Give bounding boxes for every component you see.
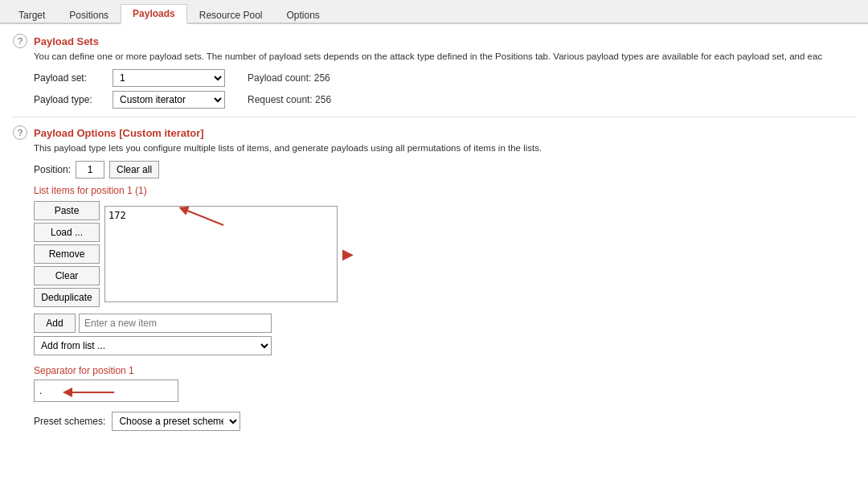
payload-options-help-icon[interactable]: ? xyxy=(13,125,27,140)
tab-payloads[interactable]: Payloads xyxy=(121,4,187,24)
separator-input[interactable] xyxy=(34,379,178,402)
tab-positions[interactable]: Positions xyxy=(57,6,121,24)
payload-sets-description: You can define one or more payload sets.… xyxy=(34,51,855,61)
expand-arrow-icon[interactable]: ▶ xyxy=(342,245,354,263)
request-count-info: Request count: 256 xyxy=(248,94,331,105)
payload-sets-title: Payload Sets xyxy=(34,35,99,47)
payload-type-select[interactable]: Custom iterator Simple list Runtime file… xyxy=(113,91,225,109)
deduplicate-button[interactable]: Deduplicate xyxy=(34,288,100,307)
add-button[interactable]: Add xyxy=(34,314,76,333)
payload-options-section: ? Payload Options [Custom iterator] This… xyxy=(13,125,855,431)
tab-bar: Target Positions Payloads Resource Pool … xyxy=(0,0,868,24)
list-buttons-column: Paste Load ... Remove Clear Deduplicate xyxy=(34,201,100,307)
payload-set-label: Payload set: xyxy=(34,72,106,84)
payload-options-header: ? Payload Options [Custom iterator] xyxy=(13,125,855,140)
add-from-list-row: Add from list ... Digits Letters Custom xyxy=(34,336,855,355)
add-item-input[interactable] xyxy=(79,314,272,333)
load-button[interactable]: Load ... xyxy=(34,223,100,242)
separator-input-wrapper xyxy=(34,379,855,402)
position-row: Position: Clear all xyxy=(34,161,855,178)
list-items-box[interactable]: 172 xyxy=(104,206,338,302)
preset-row: Preset schemes: Choose a preset scheme S… xyxy=(34,412,855,431)
payload-sets-help-icon[interactable]: ? xyxy=(13,34,27,48)
payload-set-select[interactable]: 1 2 3 xyxy=(113,69,225,87)
separator-heading: Separator for position 1 xyxy=(34,365,855,376)
paste-button[interactable]: Paste xyxy=(34,201,100,220)
clear-button[interactable]: Clear xyxy=(34,266,100,285)
payload-sets-header: ? Payload Sets xyxy=(13,34,855,48)
main-content: ? Payload Sets You can define one or mor… xyxy=(0,24,868,480)
preset-select[interactable]: Choose a preset scheme Scheme 1 Scheme 2 xyxy=(112,412,240,431)
preset-label: Preset schemes: xyxy=(34,416,105,427)
section-divider xyxy=(13,117,855,117)
payload-type-label: Payload type: xyxy=(34,94,106,105)
add-from-list-select[interactable]: Add from list ... Digits Letters Custom xyxy=(34,336,272,355)
list-area: Paste Load ... Remove Clear Deduplicate … xyxy=(34,201,855,307)
payload-type-row: Payload type: Custom iterator Simple lis… xyxy=(34,91,855,109)
payload-sets-form: Payload set: 1 2 3 Payload count: 256 Pa… xyxy=(34,69,855,109)
clear-all-button[interactable]: Clear all xyxy=(109,161,159,178)
tab-options[interactable]: Options xyxy=(274,6,331,24)
tab-resource-pool[interactable]: Resource Pool xyxy=(187,6,275,24)
list-heading: List items for position 1 (1) xyxy=(34,185,855,196)
payload-set-row: Payload set: 1 2 3 Payload count: 256 xyxy=(34,69,855,87)
position-label: Position: xyxy=(34,164,71,175)
payload-options-title: Payload Options [Custom iterator] xyxy=(34,127,204,139)
tab-target[interactable]: Target xyxy=(6,6,57,24)
list-box-container: 172 ▶ xyxy=(104,201,354,307)
payload-options-description: This payload type lets you configure mul… xyxy=(34,143,855,153)
add-row: Add xyxy=(34,314,855,333)
position-input[interactable] xyxy=(76,161,104,178)
remove-button[interactable]: Remove xyxy=(34,244,100,264)
payload-count-info: Payload count: 256 xyxy=(248,72,330,84)
